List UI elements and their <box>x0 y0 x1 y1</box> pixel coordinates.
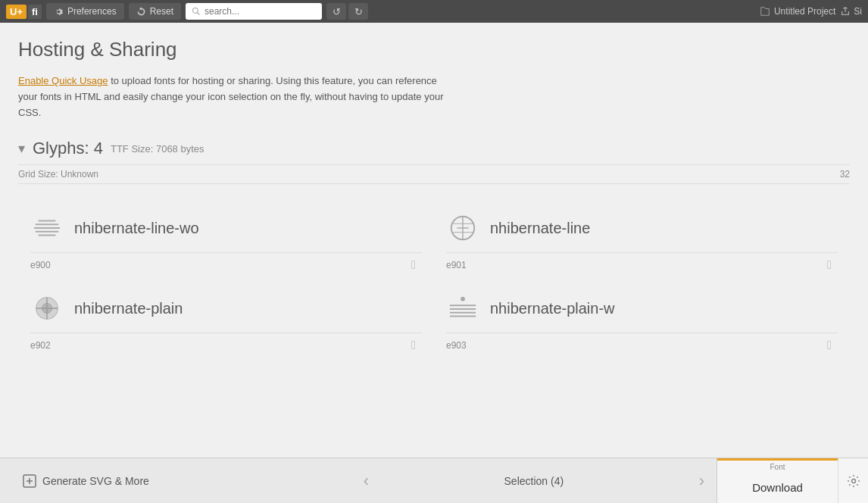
nav-right[interactable]: › <box>687 471 717 491</box>
logo-fi: fi <box>28 5 42 19</box>
glyph-footer-2: e902  <box>30 333 422 354</box>
glyph-code-btn-2[interactable]:  <box>405 337 422 354</box>
glyph-card-1[interactable]: nhibernate-line e901  <box>434 199 850 280</box>
glyph-card-2[interactable]: nhibernate-plain e902  <box>18 280 434 360</box>
nav-left[interactable]: ‹ <box>351 471 381 491</box>
grid-size-value: 32 <box>840 169 850 180</box>
svg-rect-3 <box>36 224 58 226</box>
glyph-header-0: nhibernate-line-wo <box>30 211 422 245</box>
glyph-icon-0 <box>30 211 64 245</box>
search-icon <box>192 7 201 16</box>
glyph-card-0[interactable]: nhibernate-line-wo e900  <box>18 199 434 280</box>
preferences-label: Preferences <box>67 6 117 17</box>
glyph-name-0: nhibernate-line-wo <box>74 220 199 237</box>
logo: U+ fi <box>6 5 42 19</box>
svg-point-16 <box>461 297 465 301</box>
glyph-footer-0: e900  <box>30 252 422 273</box>
ttf-size: TTF Size: 7068 bytes <box>111 143 205 155</box>
svg-rect-5 <box>39 220 56 222</box>
grid-size-bar: Grid Size: Unknown 32 <box>18 164 850 184</box>
glyph-icon-3 <box>446 292 479 325</box>
signin-label: Si <box>854 6 862 17</box>
glyph-footer-3: e903  <box>446 333 838 354</box>
description: Enable Quick Usage to upload fonts for h… <box>18 73 457 120</box>
reset-label: Reset <box>150 6 173 17</box>
glyphs-title: Glyphs: 4 <box>33 139 103 158</box>
search-container <box>186 3 322 20</box>
undo-button[interactable]: ↺ <box>326 3 346 20</box>
signin-button[interactable]: Si <box>840 6 862 17</box>
page-title: Hosting & Sharing <box>18 38 850 61</box>
glyph-code-0: e900 <box>30 260 51 270</box>
grid-size-label: Grid Size: Unknown <box>18 169 98 180</box>
collapse-arrow[interactable]: ▾ <box>18 140 25 157</box>
selection-label: Selection (4) <box>381 475 687 487</box>
gear-icon <box>54 7 64 17</box>
glyph-code-3: e903 <box>446 340 467 351</box>
svg-rect-17 <box>450 305 476 307</box>
glyph-code-btn-0[interactable]:  <box>405 257 422 273</box>
glyph-footer-1: e901  <box>446 252 838 273</box>
logo-u: U+ <box>6 5 27 19</box>
glyph-header-1: nhibernate-line <box>446 211 838 245</box>
glyph-name-1: nhibernate-line <box>490 220 590 237</box>
glyph-icon-1 <box>446 211 479 245</box>
svg-rect-6 <box>39 235 56 236</box>
nhibernate-line-wo-icon <box>33 214 61 242</box>
generate-icon <box>23 474 36 488</box>
svg-rect-20 <box>450 316 476 317</box>
glyph-grid: nhibernate-line-wo e900  <box>18 199 850 360</box>
generate-button[interactable]: Generate SVG & More <box>0 474 351 488</box>
main-content: Hosting & Sharing Enable Quick Usage to … <box>0 23 868 458</box>
glyph-header-3: nhibernate-plain-w <box>446 292 838 325</box>
search-input[interactable] <box>205 6 311 17</box>
font-label: Font <box>717 461 838 471</box>
undo-redo-group: ↺ ↻ <box>326 3 368 20</box>
svg-rect-2 <box>34 227 60 229</box>
settings-icon <box>847 474 860 488</box>
nhibernate-line-icon <box>448 214 477 242</box>
glyph-header-2: nhibernate-plain <box>30 292 422 325</box>
project-icon <box>760 6 770 17</box>
topbar: U+ fi Preferences Reset ↺ ↻ Untitled Pro… <box>0 0 868 23</box>
nhibernate-plain-icon <box>33 294 61 323</box>
reset-button[interactable]: Reset <box>129 3 181 20</box>
svg-line-1 <box>198 13 200 15</box>
glyph-card-3[interactable]: nhibernate-plain-w e903  <box>434 280 850 360</box>
download-area: Font Download <box>717 458 868 503</box>
download-button[interactable]: Download <box>717 471 838 503</box>
bottombar: Generate SVG & More ‹ Selection (4) › Fo… <box>0 458 868 503</box>
glyph-code-1: e901 <box>446 260 467 270</box>
project-label: Untitled Project <box>774 6 835 17</box>
glyph-code-2: e902 <box>30 340 51 351</box>
glyph-name-2: nhibernate-plain <box>74 300 183 317</box>
nhibernate-plain-w-icon <box>448 294 477 323</box>
preferences-button[interactable]: Preferences <box>46 3 124 20</box>
project-name: Untitled Project <box>760 6 835 17</box>
glyph-code-btn-1[interactable]:  <box>821 257 838 273</box>
svg-rect-4 <box>36 231 58 233</box>
quick-usage-link[interactable]: Enable Quick Usage <box>18 75 108 86</box>
svg-point-0 <box>193 8 198 14</box>
download-settings-button[interactable] <box>838 458 868 503</box>
glyph-code-btn-3[interactable]:  <box>821 337 838 354</box>
svg-rect-19 <box>450 312 476 314</box>
glyph-name-3: nhibernate-plain-w <box>490 300 615 317</box>
svg-rect-18 <box>450 308 476 310</box>
glyphs-header: ▾ Glyphs: 4 TTF Size: 7068 bytes <box>18 139 850 158</box>
generate-label: Generate SVG & More <box>42 475 149 487</box>
signin-icon <box>840 6 851 17</box>
svg-point-22 <box>851 479 855 483</box>
reset-icon <box>136 7 146 17</box>
download-section: Font Download <box>717 458 838 503</box>
glyph-icon-2 <box>30 292 64 325</box>
redo-button[interactable]: ↻ <box>348 3 368 20</box>
